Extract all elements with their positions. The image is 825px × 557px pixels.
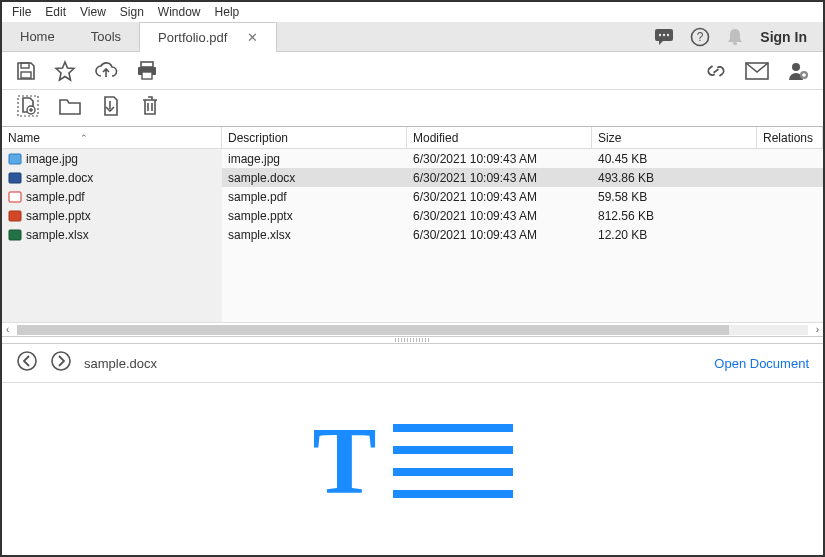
col-header-description[interactable]: Description <box>222 127 407 148</box>
file-name: sample.xlsx <box>26 228 89 242</box>
link-icon[interactable] <box>705 61 727 81</box>
file-modified: 6/30/2021 10:09:43 AM <box>407 187 592 206</box>
menu-help[interactable]: Help <box>215 5 240 19</box>
tab-document[interactable]: Portfolio.pdf ✕ <box>139 22 277 52</box>
add-file-icon[interactable] <box>16 94 40 122</box>
sign-in-link[interactable]: Sign In <box>760 29 807 45</box>
table-row[interactable]: sample.docxsample.docx6/30/2021 10:09:43… <box>2 168 823 187</box>
menu-bar: File Edit View Sign Window Help <box>2 2 823 22</box>
nav-forward-icon[interactable] <box>50 350 72 376</box>
svg-rect-12 <box>142 72 152 79</box>
svg-point-23 <box>18 352 36 370</box>
file-description: sample.xlsx <box>222 225 407 244</box>
preview-title: sample.docx <box>84 356 157 371</box>
file-name: sample.docx <box>26 171 93 185</box>
file-modified: 6/30/2021 10:09:43 AM <box>407 168 592 187</box>
menu-edit[interactable]: Edit <box>45 5 66 19</box>
col-header-name[interactable]: Name⌃ <box>2 127 222 148</box>
tab-bar: Home Tools Portfolio.pdf ✕ ? Sign In <box>2 22 823 52</box>
svg-marker-1 <box>659 40 664 45</box>
svg-text:?: ? <box>697 30 704 44</box>
save-icon[interactable] <box>16 61 36 81</box>
svg-point-3 <box>663 33 665 35</box>
help-icon[interactable]: ? <box>690 27 710 47</box>
table-row[interactable]: sample.pdfsample.pdf6/30/2021 10:09:43 A… <box>2 187 823 206</box>
extract-icon[interactable] <box>100 95 122 121</box>
file-description: sample.pptx <box>222 206 407 225</box>
file-type-icon <box>8 153 22 165</box>
tab-document-label: Portfolio.pdf <box>158 30 227 45</box>
file-name: sample.pdf <box>26 190 85 204</box>
svg-point-14 <box>792 63 800 71</box>
file-type-icon <box>8 172 22 184</box>
table-row[interactable]: sample.pptxsample.pptx6/30/2021 10:09:43… <box>2 206 823 225</box>
file-size: 812.56 KB <box>592 206 757 225</box>
svg-point-4 <box>667 33 669 35</box>
preview-area: T <box>2 382 823 555</box>
document-thumbnail-icon: T <box>312 423 512 500</box>
portfolio-toolbar <box>2 90 823 126</box>
table-row[interactable]: sample.xlsxsample.xlsx6/30/2021 10:09:43… <box>2 225 823 244</box>
menu-file[interactable]: File <box>12 5 31 19</box>
col-header-relations[interactable]: Relations <box>757 127 823 148</box>
scroll-left-icon[interactable]: ‹ <box>2 324 13 335</box>
print-icon[interactable] <box>136 61 158 81</box>
menu-window[interactable]: Window <box>158 5 201 19</box>
file-type-icon <box>8 210 22 222</box>
svg-rect-7 <box>733 42 737 45</box>
menu-sign[interactable]: Sign <box>120 5 144 19</box>
table-row[interactable]: image.jpgimage.jpg6/30/2021 10:09:43 AM4… <box>2 149 823 168</box>
svg-rect-22 <box>9 230 21 240</box>
scrollbar-thumb[interactable] <box>17 325 728 335</box>
file-description: sample.pdf <box>222 187 407 206</box>
file-size: 40.45 KB <box>592 149 757 168</box>
nav-back-icon[interactable] <box>16 350 38 376</box>
folder-icon[interactable] <box>58 96 82 120</box>
main-toolbar <box>2 52 823 90</box>
trash-icon[interactable] <box>140 95 160 121</box>
bell-icon[interactable] <box>726 27 744 47</box>
grid-header: Name⌃ Description Modified Size Relation… <box>2 127 823 149</box>
file-modified: 6/30/2021 10:09:43 AM <box>407 206 592 225</box>
mail-icon[interactable] <box>745 62 769 80</box>
file-size: 59.58 KB <box>592 187 757 206</box>
file-modified: 6/30/2021 10:09:43 AM <box>407 149 592 168</box>
svg-point-24 <box>52 352 70 370</box>
file-name: sample.pptx <box>26 209 91 223</box>
preview-bar: sample.docx Open Document <box>2 344 823 382</box>
svg-rect-9 <box>21 72 31 78</box>
svg-point-2 <box>659 33 661 35</box>
tab-tools[interactable]: Tools <box>73 22 139 51</box>
open-document-link[interactable]: Open Document <box>714 356 809 371</box>
svg-rect-20 <box>9 192 21 202</box>
svg-rect-10 <box>141 62 153 67</box>
star-icon[interactable] <box>54 60 76 82</box>
svg-rect-19 <box>9 173 21 183</box>
file-modified: 6/30/2021 10:09:43 AM <box>407 225 592 244</box>
menu-view[interactable]: View <box>80 5 106 19</box>
horizontal-scrollbar[interactable]: ‹ › <box>2 322 823 336</box>
file-type-icon <box>8 191 22 203</box>
svg-rect-18 <box>9 154 21 164</box>
cloud-upload-icon[interactable] <box>94 61 118 81</box>
file-grid: Name⌃ Description Modified Size Relation… <box>2 126 823 336</box>
file-description: image.jpg <box>222 149 407 168</box>
file-description: sample.docx <box>222 168 407 187</box>
file-size: 493.86 KB <box>592 168 757 187</box>
col-header-modified[interactable]: Modified <box>407 127 592 148</box>
scroll-right-icon[interactable]: › <box>812 324 823 335</box>
file-name: image.jpg <box>26 152 78 166</box>
pane-splitter[interactable] <box>2 336 823 344</box>
close-tab-icon[interactable]: ✕ <box>247 30 258 45</box>
comment-icon[interactable] <box>654 28 674 46</box>
file-size: 12.20 KB <box>592 225 757 244</box>
col-header-size[interactable]: Size <box>592 127 757 148</box>
add-user-icon[interactable] <box>787 61 809 81</box>
file-type-icon <box>8 229 22 241</box>
sort-indicator-icon: ⌃ <box>80 133 88 143</box>
tab-home[interactable]: Home <box>2 22 73 51</box>
svg-rect-21 <box>9 211 21 221</box>
